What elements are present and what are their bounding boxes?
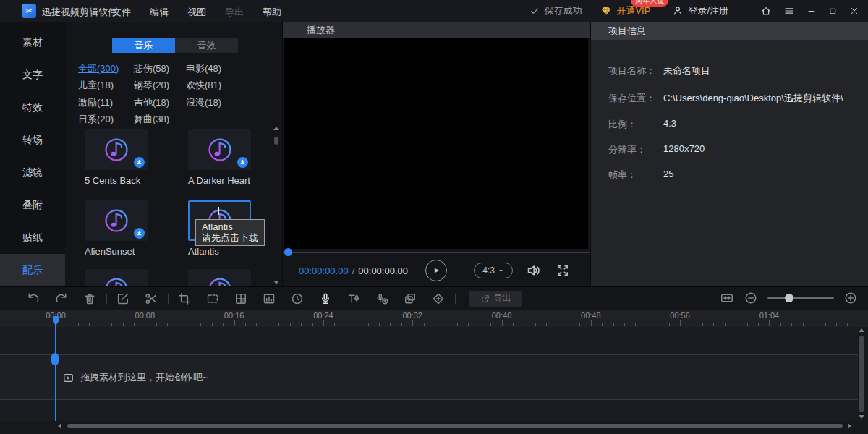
- track-audio[interactable]: [0, 399, 858, 421]
- empty-track-hint: 拖拽素材到这里，开始创作吧~: [62, 371, 208, 384]
- player-panel: 播放器 00:00:00.00 / 00:00:00.00 4:3: [283, 22, 590, 286]
- tab-音乐[interactable]: 音乐: [112, 38, 175, 53]
- play-button[interactable]: [425, 260, 447, 281]
- sidebar-item-素材[interactable]: 素材: [0, 26, 65, 59]
- crop-button[interactable]: [177, 292, 192, 306]
- menu-视图[interactable]: 视图: [187, 6, 206, 19]
- zoom-in-icon[interactable]: [843, 291, 858, 305]
- sidebar-item-配乐[interactable]: 配乐: [0, 254, 65, 286]
- category-link[interactable]: 欢快(81): [186, 79, 258, 92]
- sidebar-item-贴纸[interactable]: 贴纸: [0, 221, 65, 254]
- zoom-out-icon[interactable]: [744, 291, 758, 305]
- ruler-tick: [268, 323, 268, 326]
- download-badge[interactable]: [134, 228, 145, 239]
- music-card-AlienSunset[interactable]: AlienSunset: [85, 200, 148, 257]
- volume-button[interactable]: [526, 263, 542, 278]
- clock-icon: [290, 292, 305, 306]
- fullscreen-button[interactable]: [556, 263, 570, 278]
- zoom-slider-thumb[interactable]: [785, 294, 793, 302]
- music-card-art[interactable]: [85, 269, 148, 286]
- category-link[interactable]: 激励(11): [78, 96, 134, 109]
- clock-button[interactable]: [290, 292, 305, 306]
- trash-button[interactable]: [82, 292, 97, 306]
- music-card-partial[interactable]: [85, 269, 148, 286]
- tooltip-title: Atlantis: [202, 221, 258, 232]
- scroll-thumb[interactable]: [274, 137, 278, 145]
- sidebar-item-滤镜[interactable]: 滤镜: [0, 156, 65, 189]
- category-link[interactable]: 全部(300): [78, 62, 134, 75]
- fit-timeline-icon[interactable]: [720, 291, 734, 305]
- ruler-tick: [212, 323, 213, 326]
- download-badge[interactable]: [237, 157, 248, 168]
- hscroll-right-icon[interactable]: [848, 423, 851, 429]
- tts-button[interactable]: [346, 292, 361, 306]
- sidebar-item-特效[interactable]: 特效: [0, 91, 65, 124]
- minimize-button[interactable]: [807, 6, 817, 16]
- bars-button[interactable]: [262, 292, 276, 306]
- download-badge[interactable]: [134, 157, 145, 168]
- sidebar-item-转场[interactable]: 转场: [0, 124, 65, 156]
- music-card-partial[interactable]: [188, 269, 251, 286]
- canvas-button[interactable]: [205, 292, 220, 306]
- timeline-ruler[interactable]: 00:0000:0800:1600:2400:3200:4000:4800:56…: [0, 310, 868, 327]
- category-link[interactable]: 吉他(18): [134, 96, 186, 109]
- scissors-button[interactable]: [144, 292, 158, 306]
- vtt-button[interactable]: [375, 292, 389, 306]
- music-scrollbar[interactable]: [273, 127, 280, 284]
- mosaic-button[interactable]: [234, 292, 248, 306]
- tab-音效[interactable]: 音效: [175, 38, 238, 53]
- category-link[interactable]: 电影(48): [186, 62, 258, 75]
- seek-bar[interactable]: [283, 252, 590, 253]
- scroll-down-icon[interactable]: [273, 281, 279, 284]
- person-icon: [672, 5, 684, 17]
- home-button[interactable]: [760, 5, 772, 17]
- music-card-5 Cents Back[interactable]: 5 Cents Back: [85, 129, 148, 186]
- project-info-title: 项目信息: [608, 25, 646, 38]
- ruler-tick: [245, 323, 246, 326]
- track-pip[interactable]: [0, 327, 858, 354]
- hscroll-left-icon[interactable]: [58, 423, 61, 429]
- maximize-button[interactable]: [828, 7, 838, 16]
- ruler-tick: [579, 323, 580, 326]
- playhead-line[interactable]: [55, 316, 56, 421]
- category-link[interactable]: 悲伤(58): [134, 62, 186, 75]
- music-card-art[interactable]: [188, 129, 251, 170]
- ruler-tick: [435, 323, 435, 326]
- category-link[interactable]: 舞曲(38): [134, 113, 186, 126]
- vscroll-down-icon[interactable]: [859, 415, 864, 419]
- menu-帮助[interactable]: 帮助: [263, 6, 281, 19]
- vscroll-up-icon[interactable]: [859, 328, 864, 332]
- edit-button[interactable]: [116, 292, 130, 306]
- category-link[interactable]: 钢琴(20): [134, 79, 186, 92]
- menu-button[interactable]: [783, 5, 795, 17]
- music-card-art[interactable]: [188, 269, 251, 286]
- aspect-ratio-dropdown[interactable]: 4:3: [474, 263, 513, 278]
- zoom-slider[interactable]: [767, 297, 834, 299]
- sidebar-item-文字[interactable]: 文字: [0, 59, 65, 91]
- sidebar-item-叠附[interactable]: 叠附: [0, 189, 65, 221]
- download-icon: [135, 229, 143, 237]
- hscroll-thumb[interactable]: [67, 424, 843, 428]
- category-link[interactable]: 浪漫(18): [186, 96, 258, 109]
- playhead-handle[interactable]: [51, 353, 59, 365]
- redo-button[interactable]: [54, 292, 69, 306]
- vscroll-thumb[interactable]: [859, 336, 864, 412]
- ruler-tick: [412, 320, 413, 326]
- close-button[interactable]: [849, 6, 859, 16]
- keyframe-button[interactable]: [431, 292, 446, 306]
- category-link[interactable]: 日系(20): [78, 113, 134, 126]
- ruler-label: 00:16: [224, 311, 244, 320]
- pip-button[interactable]: [403, 292, 417, 306]
- music-card-A Darker Heart[interactable]: A Darker Heart: [188, 129, 251, 186]
- open-vip-button[interactable]: 开通VIP 周年大促: [600, 4, 650, 17]
- undo-button[interactable]: [26, 292, 41, 306]
- menu-编辑[interactable]: 编辑: [150, 6, 169, 19]
- login-register-button[interactable]: 登录/注册: [672, 4, 728, 17]
- export-button[interactable]: 导出: [469, 291, 522, 307]
- scroll-up-icon[interactable]: [273, 127, 279, 130]
- mic-button[interactable]: [318, 292, 333, 306]
- music-card-art[interactable]: [85, 200, 148, 241]
- music-card-art[interactable]: [85, 129, 148, 170]
- menu-文件[interactable]: 文件: [112, 6, 131, 19]
- category-link[interactable]: 儿童(18): [78, 79, 134, 92]
